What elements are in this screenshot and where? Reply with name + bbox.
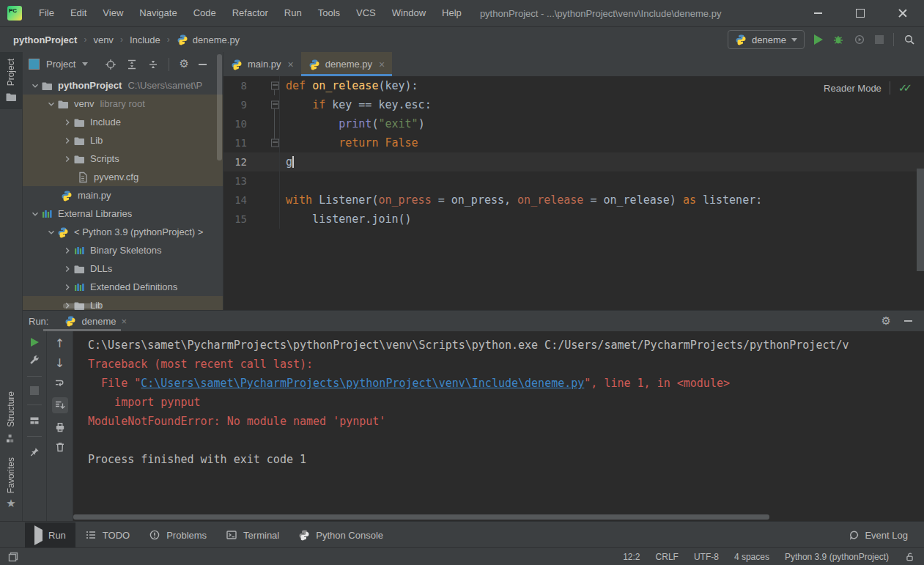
run-configuration-select[interactable]: deneme [728, 30, 805, 49]
toolwindow-button-todo[interactable]: TODO [75, 522, 139, 548]
breadcrumb-item[interactable]: pythonProject [13, 34, 77, 45]
code-line-12[interactable]: 12 g [223, 152, 924, 171]
menu-refactor[interactable]: Refactor [224, 0, 276, 26]
code-line-14[interactable]: 14 with Listener(on_press = on_press, on… [223, 191, 924, 210]
minimize-button[interactable] [797, 0, 839, 26]
tree-item-scripts[interactable]: Scripts [23, 149, 223, 168]
breadcrumb-item[interactable]: deneme.py [177, 34, 240, 45]
tree-item-pythonproject[interactable]: pythonProjectC:\Users\samet\P [23, 76, 223, 95]
project-panel-title[interactable]: Project [46, 59, 75, 70]
chevron-down-icon[interactable] [82, 62, 88, 66]
event-log-button[interactable]: Event Log [848, 529, 924, 541]
editor-tab-main-py[interactable]: main.py × [223, 52, 301, 76]
chevron-right-icon[interactable] [61, 282, 73, 292]
menu-view[interactable]: View [95, 0, 131, 26]
code-area[interactable]: 8 def on_release(key): 9 if key == key.e… [223, 76, 924, 310]
menu-code[interactable]: Code [185, 0, 224, 26]
tree-item-lib[interactable]: Lib [23, 296, 223, 310]
run-with-coverage-button[interactable] [854, 34, 865, 45]
editor-vertical-scrollbar[interactable] [917, 169, 924, 271]
toolwindow-button-python-console[interactable]: Python Console [289, 522, 393, 548]
chevron-down-icon[interactable] [29, 81, 41, 91]
editor-tab-deneme-py[interactable]: deneme.py × [301, 52, 393, 76]
pin-tab-button[interactable] [29, 446, 40, 458]
chevron-right-icon[interactable] [61, 264, 73, 274]
indent-widget[interactable]: 4 spaces [734, 552, 769, 562]
menu-help[interactable]: Help [434, 0, 470, 26]
tree-item-extended-definitions[interactable]: Extended Definitions [23, 278, 223, 296]
tree-item-pyvenv-cfg[interactable]: pyvenv.cfg [23, 168, 223, 186]
maximize-button[interactable] [839, 0, 882, 26]
code-line-9[interactable]: 9 if key == key.esc: [223, 95, 924, 114]
clear-all-button[interactable] [54, 441, 66, 453]
menu-window[interactable]: Window [384, 0, 434, 26]
hide-panel-button[interactable] [904, 320, 912, 322]
tree-item-main-py[interactable]: main.py [23, 186, 223, 204]
debug-button[interactable] [832, 34, 844, 45]
fold-marker-icon[interactable] [271, 101, 279, 109]
stop-button[interactable] [875, 35, 884, 44]
close-icon[interactable]: × [121, 316, 127, 327]
lock-icon[interactable] [904, 551, 915, 562]
rerun-button[interactable] [31, 338, 39, 347]
code-line-15[interactable]: 15 listener.join() [223, 210, 924, 229]
stop-button[interactable] [30, 386, 39, 395]
code-line-13[interactable]: 13 [223, 171, 924, 191]
tree-item-external-libraries[interactable]: External Libraries [23, 204, 223, 223]
tree-item--lt-python-3-9-pythonproject-gt-[interactable]: < Python 3.9 (pythonProject) > [23, 223, 223, 241]
close-icon[interactable]: × [379, 59, 385, 70]
line-separator-widget[interactable]: CRLF [656, 552, 679, 562]
toolwindow-button-problems[interactable]: Problems [139, 522, 216, 548]
menu-run[interactable]: Run [276, 0, 310, 26]
down-stacktrace-button[interactable]: ↓ [55, 358, 64, 369]
console-horizontal-scrollbar[interactable] [73, 514, 769, 520]
code-line-8[interactable]: 8 def on_release(key): [223, 76, 924, 95]
encoding-widget[interactable]: UTF-8 [694, 552, 719, 562]
code-line-11[interactable]: 11 return False [223, 133, 924, 152]
stripe-button-favorites[interactable]: Favorites ★ [0, 451, 22, 516]
tree-item-venv[interactable]: venvlibrary root [23, 95, 223, 113]
close-icon[interactable]: × [288, 59, 294, 70]
close-button[interactable] [882, 0, 924, 26]
menu-tools[interactable]: Tools [310, 0, 348, 26]
tree-item-include[interactable]: Include [23, 113, 223, 131]
project-horizontal-scrollbar[interactable] [63, 303, 101, 309]
gear-icon[interactable]: ⚙ [179, 59, 188, 70]
expand-all-button[interactable] [126, 59, 138, 70]
chevron-right-icon[interactable] [61, 136, 73, 146]
chevron-right-icon[interactable] [61, 154, 73, 164]
menu-edit[interactable]: Edit [62, 0, 95, 26]
interpreter-widget[interactable]: Python 3.9 (pythonProject) [785, 552, 889, 562]
chevron-down-icon[interactable] [29, 209, 41, 219]
run-button[interactable] [814, 34, 823, 45]
print-button[interactable] [54, 421, 66, 433]
chevron-right-icon[interactable] [61, 245, 73, 256]
gear-icon[interactable]: ⚙ [882, 316, 891, 327]
restore-layout-button[interactable] [29, 415, 40, 426]
chevron-down-icon[interactable] [45, 99, 57, 109]
soft-wrap-button[interactable] [54, 377, 66, 389]
console-file-link[interactable]: C:\Users\samet\PycharmProjects\pythonPro… [141, 377, 584, 390]
breadcrumb-item[interactable]: venv [93, 34, 113, 45]
reader-mode-badge[interactable]: Reader Mode ✓✓ [824, 81, 912, 95]
tree-item-dlls[interactable]: DLLs [23, 259, 223, 278]
menu-file[interactable]: File [31, 0, 62, 26]
toolwindow-button-run[interactable]: Run [25, 522, 75, 548]
menu-vcs[interactable]: VCS [348, 0, 384, 26]
toolwindow-button-terminal[interactable]: Terminal [216, 522, 289, 548]
search-everywhere-button[interactable] [903, 34, 915, 45]
breadcrumb-item[interactable]: Include [130, 34, 160, 45]
fold-marker-icon[interactable] [271, 139, 279, 147]
caret-position-widget[interactable]: 12:2 [623, 552, 640, 562]
hide-panel-button[interactable] [199, 64, 207, 65]
project-vertical-scrollbar[interactable] [217, 54, 222, 160]
menu-navigate[interactable]: Navigate [131, 0, 185, 26]
run-tab-deneme[interactable]: deneme × [59, 315, 133, 327]
fold-marker-icon[interactable] [271, 82, 279, 90]
tree-item-lib[interactable]: Lib [23, 131, 223, 149]
stripe-button-structure[interactable]: Structure [0, 385, 22, 451]
code-line-10[interactable]: 10 print("exit") [223, 114, 924, 133]
run-console[interactable]: C:\Users\samet\PycharmProjects\pythonPro… [73, 331, 924, 522]
chevron-down-icon[interactable] [45, 227, 57, 237]
scroll-to-end-button[interactable] [52, 397, 68, 413]
